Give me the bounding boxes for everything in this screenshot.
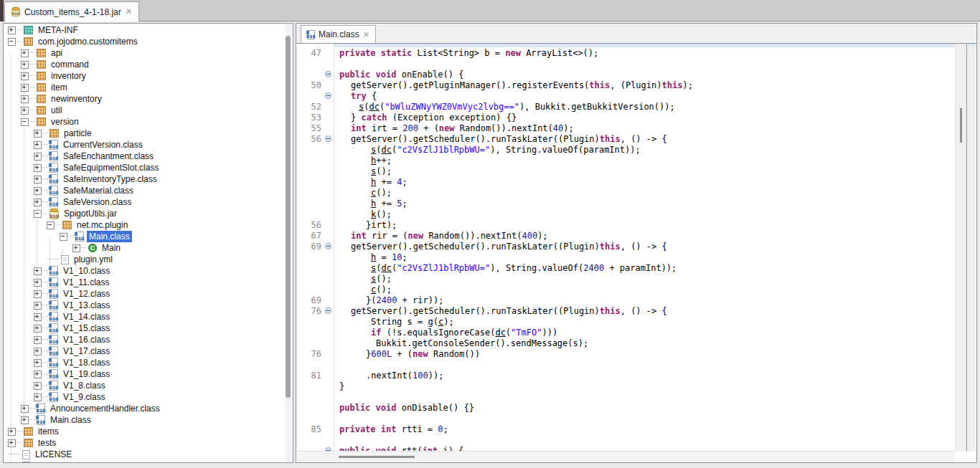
code-line[interactable]: 52s(dc("bWluZWNyYWZ0VmVyc2lvbg=="), Bukk…: [297, 101, 955, 112]
tree-item[interactable]: 010Main.class: [4, 231, 284, 242]
expand-toggle-icon[interactable]: [8, 428, 16, 436]
code-horizontal-scrollbar[interactable]: [297, 451, 955, 462]
expand-toggle-icon[interactable]: [21, 84, 29, 92]
tree-item[interactable]: 010SafeInventoryType.class: [4, 173, 284, 185]
expand-toggle-icon[interactable]: [21, 416, 29, 424]
code-line[interactable]: c();: [297, 284, 955, 295]
code-vertical-scrollbar[interactable]: [955, 44, 967, 452]
window-tab-jar[interactable]: 010 Custom_items_4-1-18.jar ✕: [4, 1, 139, 22]
tree-item[interactable]: 010V1_15.class: [4, 323, 284, 334]
code-line[interactable]: 76}600L + (new Random()): [297, 348, 955, 359]
expand-toggle-icon[interactable]: [34, 164, 42, 172]
symbol-link[interactable]: g: [428, 317, 433, 327]
tree-scrollbar-thumb[interactable]: [286, 36, 291, 398]
tree-item[interactable]: newinventory: [4, 93, 284, 105]
code-line[interactable]: 56}irt);: [297, 219, 955, 230]
expand-toggle-icon[interactable]: [34, 325, 42, 333]
code-line[interactable]: 55int irt = 200 + (new Random()).nextInt…: [297, 123, 955, 133]
tree-item[interactable]: [4, 460, 284, 462]
expand-toggle-icon[interactable]: [34, 153, 42, 161]
code-editor[interactable]: 47private static List<String> b = new Ar…: [297, 44, 955, 452]
symbol-link[interactable]: dc: [381, 145, 391, 155]
editor-tab-close-icon[interactable]: ✕: [363, 31, 369, 39]
fold-collapse-icon[interactable]: [325, 71, 331, 77]
tree-item[interactable]: 010V1_9.class: [4, 391, 284, 403]
code-line[interactable]: s(dc("c2VsZlJ1blRpbWU="), String.valueOf…: [297, 262, 955, 273]
code-line[interactable]: s();: [297, 166, 955, 176]
tree-item[interactable]: command: [4, 59, 284, 70]
code-line[interactable]: k();: [297, 209, 955, 219]
collapse-toggle-icon[interactable]: [34, 210, 42, 218]
tree-item[interactable]: com.jojodmo.customitems: [4, 36, 284, 47]
expand-toggle-icon[interactable]: [34, 313, 42, 321]
code-line[interactable]: Bukkit.getConsoleSender().sendMessage(s)…: [297, 338, 955, 348]
fold-collapse-icon[interactable]: [325, 135, 331, 142]
collapse-toggle-icon[interactable]: [47, 221, 55, 229]
tree-item[interactable]: META-INF: [4, 24, 284, 36]
expand-toggle-icon[interactable]: [21, 405, 29, 413]
code-line[interactable]: c();: [297, 187, 955, 198]
tree-vertical-scrollbar[interactable]: [285, 24, 292, 462]
code-line[interactable]: 47private static List<String> b = new Ar…: [297, 47, 955, 58]
symbol-link[interactable]: dc: [495, 328, 505, 338]
expand-toggle-icon[interactable]: [34, 279, 42, 287]
expand-toggle-icon[interactable]: [34, 290, 42, 298]
editor-tab-main-class[interactable]: 010 Main.class ✕: [301, 25, 376, 43]
code-horizontal-scrollbar-thumb[interactable]: [339, 456, 415, 458]
expand-toggle-icon[interactable]: [72, 244, 80, 252]
tree-item[interactable]: 010V1_11.class: [4, 277, 284, 288]
expand-toggle-icon[interactable]: [34, 176, 42, 183]
code-line[interactable]: 50getServer().getPluginManager().registe…: [297, 80, 955, 90]
expand-toggle-icon[interactable]: [34, 130, 42, 138]
expand-toggle-icon[interactable]: [34, 302, 42, 310]
tree-item[interactable]: LICENSE: [4, 449, 284, 460]
expand-toggle-icon[interactable]: [21, 95, 29, 103]
tree-item[interactable]: 010V1_14.class: [4, 311, 284, 323]
code-line[interactable]: s(dc("c2VsZlJ1blRpbWU="), String.valueOf…: [297, 144, 955, 155]
expand-toggle-icon[interactable]: [34, 267, 42, 275]
code-line[interactable]: 69}(2400 + rir));: [297, 295, 955, 305]
tree-item[interactable]: 010V1_19.class: [4, 368, 284, 380]
collapse-toggle-icon[interactable]: [21, 118, 29, 126]
fold-collapse-icon[interactable]: [325, 307, 331, 314]
expand-toggle-icon[interactable]: [34, 382, 42, 390]
expand-toggle-icon[interactable]: [21, 49, 29, 57]
code-line[interactable]: }: [297, 381, 955, 391]
expand-toggle-icon[interactable]: [8, 27, 16, 34]
tree-item[interactable]: item: [4, 82, 284, 93]
fold-collapse-icon[interactable]: [325, 243, 331, 249]
expand-toggle-icon[interactable]: [21, 107, 29, 115]
code-line[interactable]: String s = g(c);: [297, 316, 955, 327]
tree-item[interactable]: tests: [4, 437, 284, 449]
code-line[interactable]: [297, 391, 955, 402]
tree-item[interactable]: api: [4, 47, 284, 59]
collapse-toggle-icon[interactable]: [8, 38, 16, 46]
tree-item[interactable]: CMain: [4, 242, 284, 254]
tree-item[interactable]: net.mc.plugin: [4, 219, 284, 231]
tree-item[interactable]: 010SafeVersion.class: [4, 196, 284, 208]
fold-collapse-icon[interactable]: [325, 92, 331, 99]
symbol-link[interactable]: dc: [381, 263, 391, 273]
code-line[interactable]: h = 10;: [297, 252, 955, 262]
tree-item[interactable]: 010SafeEquipmentSlot.class: [4, 162, 284, 173]
tree-item[interactable]: 010Main.class: [4, 414, 284, 426]
tree-item[interactable]: 010V1_13.class: [4, 300, 284, 311]
code-line[interactable]: [297, 413, 955, 424]
code-line[interactable]: 85private int rtti = 0;: [297, 424, 955, 434]
tree-item[interactable]: 010V1_8.class: [4, 380, 284, 391]
symbol-link[interactable]: dc: [369, 102, 379, 112]
code-line[interactable]: try {: [297, 90, 955, 101]
expand-toggle-icon[interactable]: [34, 141, 42, 149]
expand-toggle-icon[interactable]: [21, 61, 29, 69]
code-line[interactable]: public void onDisable() {}: [297, 402, 955, 413]
code-line[interactable]: 53} catch (Exception exception) {}: [297, 112, 955, 123]
tree-item[interactable]: particle: [4, 128, 284, 139]
tree-item[interactable]: 010V1_17.class: [4, 345, 284, 357]
tree-item[interactable]: 010V1_16.class: [4, 334, 284, 345]
expand-toggle-icon[interactable]: [34, 371, 42, 378]
code-vertical-scrollbar-thumb[interactable]: [960, 108, 962, 143]
code-line[interactable]: h += 4;: [297, 176, 955, 187]
tree-item[interactable]: 010CurrentVersion.class: [4, 139, 284, 151]
tree-item[interactable]: 010AnnouncementHandler.class: [4, 403, 284, 414]
expand-toggle-icon[interactable]: [34, 336, 42, 344]
